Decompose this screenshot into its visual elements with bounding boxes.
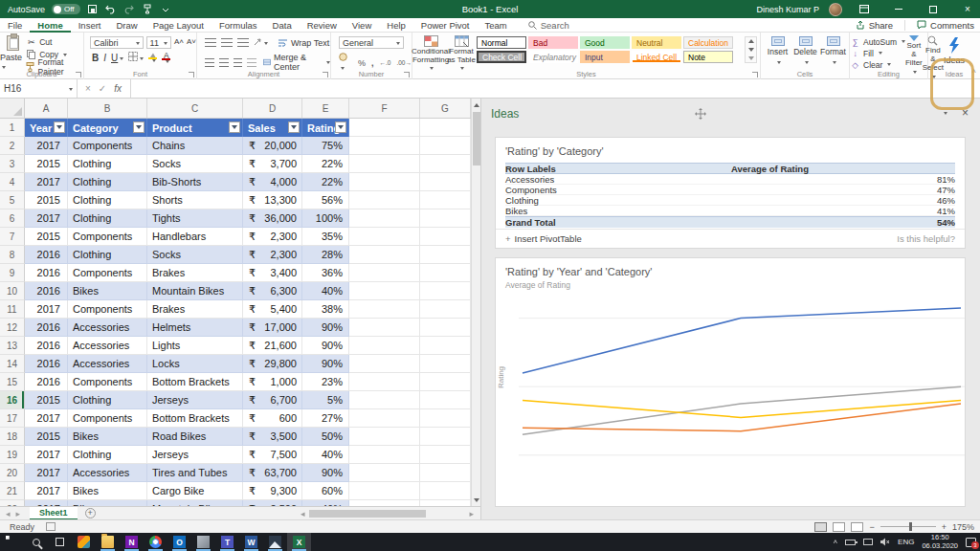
cell-rating[interactable]: 5% xyxy=(302,391,349,409)
autosave-toggle[interactable]: Off xyxy=(52,4,80,14)
cell-year[interactable]: 2017 xyxy=(25,137,68,155)
cell-category[interactable]: Clothing xyxy=(68,246,147,264)
percent-style-button[interactable]: % xyxy=(358,58,366,68)
cell-sales[interactable]: ₹17,000 xyxy=(243,319,302,337)
cell-style-chip[interactable]: Check Cell xyxy=(477,51,526,63)
align-middle-icon[interactable] xyxy=(221,38,233,47)
cell-sales[interactable]: ₹9,300 xyxy=(243,482,302,500)
cell-rating[interactable]: 23% xyxy=(302,373,349,391)
cell[interactable] xyxy=(420,464,471,482)
ribbon-tab[interactable]: Home xyxy=(30,18,70,33)
cell-category[interactable]: Clothing xyxy=(68,155,147,173)
cell-category[interactable]: Bikes xyxy=(68,282,147,300)
ribbon-tab[interactable]: Review xyxy=(300,18,345,33)
insert-function-icon[interactable]: fx xyxy=(114,83,122,94)
minimize-button[interactable] xyxy=(886,0,911,18)
cell-rating[interactable]: 90% xyxy=(302,319,349,337)
hscroll-right-icon[interactable]: ▸ xyxy=(469,509,474,518)
ribbon-tab[interactable]: Insert xyxy=(71,18,109,33)
cell-style-chip[interactable]: Input xyxy=(580,51,630,63)
cell-style-chip[interactable]: Calculation xyxy=(683,36,733,49)
cell-category[interactable]: Components xyxy=(68,409,147,428)
page-break-view-icon[interactable] xyxy=(851,522,863,532)
cell-year[interactable]: 2017 xyxy=(25,173,68,191)
cell-rating[interactable]: 75% xyxy=(302,137,349,155)
row-header[interactable]: 5 xyxy=(0,191,25,209)
align-bottom-icon[interactable] xyxy=(237,38,249,47)
cell-product[interactable]: Socks xyxy=(147,155,243,173)
row-header[interactable]: 9 xyxy=(0,264,25,282)
cell-rating[interactable]: 90% xyxy=(302,464,349,482)
column-header[interactable]: D xyxy=(243,99,302,118)
user-avatar[interactable] xyxy=(829,3,842,16)
accessibility-icon[interactable] xyxy=(46,522,56,531)
ribbon-tab[interactable]: File xyxy=(0,18,30,33)
cell[interactable] xyxy=(349,300,420,319)
cell-rating[interactable]: 90% xyxy=(302,337,349,355)
ribbon-tab[interactable]: Team xyxy=(478,18,515,33)
vertical-scrollbar[interactable] xyxy=(471,99,480,506)
cell-sales[interactable]: ₹13,300 xyxy=(243,191,302,209)
cell[interactable] xyxy=(420,391,471,409)
sheet-tab[interactable]: Sheet1 xyxy=(30,507,78,520)
cell-rating[interactable]: 50% xyxy=(302,428,349,446)
taskbar-app-icon[interactable] xyxy=(24,533,48,551)
cell-product[interactable]: Brakes xyxy=(147,300,243,319)
font-dialog-launcher-icon[interactable] xyxy=(189,72,194,77)
cell-category[interactable]: Clothing xyxy=(68,391,147,409)
taskbar-app-icon[interactable] xyxy=(72,533,96,551)
taskbar-app-icon[interactable] xyxy=(263,533,287,551)
gallery-up-icon[interactable] xyxy=(748,39,754,43)
cell-product[interactable]: Locks xyxy=(147,355,243,373)
comma-style-button[interactable]: , xyxy=(371,58,374,68)
row-header[interactable]: 13 xyxy=(0,337,25,355)
gallery-down-icon[interactable] xyxy=(748,48,754,52)
fill-color-button[interactable] xyxy=(148,53,157,63)
cell-product[interactable]: Helmets xyxy=(147,319,243,337)
cell-product[interactable]: Chains xyxy=(147,137,243,155)
cell-year[interactable]: 2015 xyxy=(25,155,68,173)
cell-rating[interactable]: 35% xyxy=(302,228,349,246)
cell-sales[interactable]: ₹29,800 xyxy=(243,355,302,373)
cell-year[interactable]: 2017 xyxy=(25,446,68,464)
cell-year[interactable]: 2016 xyxy=(25,264,68,282)
taskbar-app-icon[interactable] xyxy=(48,533,72,551)
volume-muted-icon[interactable] xyxy=(880,538,890,546)
merge-center-button[interactable]: Merge & Center xyxy=(263,53,330,72)
cell-sales[interactable]: ₹20,000 xyxy=(243,137,302,155)
cell-product[interactable]: Jerseys xyxy=(147,391,243,409)
number-format-select[interactable]: General xyxy=(339,36,404,49)
cell[interactable] xyxy=(420,119,471,137)
cell-sales[interactable]: ₹36,000 xyxy=(243,209,302,228)
row-header[interactable]: 3 xyxy=(0,155,25,173)
cell-rating[interactable]: 56% xyxy=(302,191,349,209)
cell[interactable] xyxy=(420,373,471,391)
cell[interactable] xyxy=(420,300,471,319)
cell-sales[interactable]: ₹5,400 xyxy=(243,300,302,319)
row-header[interactable]: 6 xyxy=(0,209,25,228)
cell-product[interactable]: Handlebars xyxy=(147,228,243,246)
cell-sales[interactable]: ₹7,500 xyxy=(243,446,302,464)
cell[interactable] xyxy=(349,446,420,464)
cell-style-chip[interactable]: Explanatory ... xyxy=(528,51,578,63)
filter-dropdown-icon[interactable] xyxy=(133,121,145,133)
row-header[interactable]: 12 xyxy=(0,319,25,337)
cell-category[interactable]: Components xyxy=(68,373,147,391)
save-icon[interactable] xyxy=(87,4,99,15)
cell-year[interactable]: 2016 xyxy=(25,337,68,355)
cell-category[interactable]: Clothing xyxy=(68,173,147,191)
cell-sales[interactable]: ₹21,600 xyxy=(243,337,302,355)
cell[interactable] xyxy=(420,355,471,373)
ribbon-tab[interactable]: Draw xyxy=(108,18,145,33)
cells-button[interactable]: Format xyxy=(819,33,847,67)
increase-decimal-button[interactable]: ←.0 xyxy=(380,59,391,66)
cell[interactable] xyxy=(420,264,471,282)
cell[interactable] xyxy=(349,391,420,409)
decrease-decimal-button[interactable]: .00→ xyxy=(396,59,412,66)
filter-dropdown-icon[interactable] xyxy=(288,121,300,133)
cell-rating[interactable]: 27% xyxy=(302,409,349,428)
cell[interactable] xyxy=(349,264,420,282)
insert-pivottable-link[interactable]: +Insert PivotTable xyxy=(505,233,582,244)
cell-rating[interactable]: 36% xyxy=(302,264,349,282)
ribbon-display-options-icon[interactable] xyxy=(852,0,877,18)
